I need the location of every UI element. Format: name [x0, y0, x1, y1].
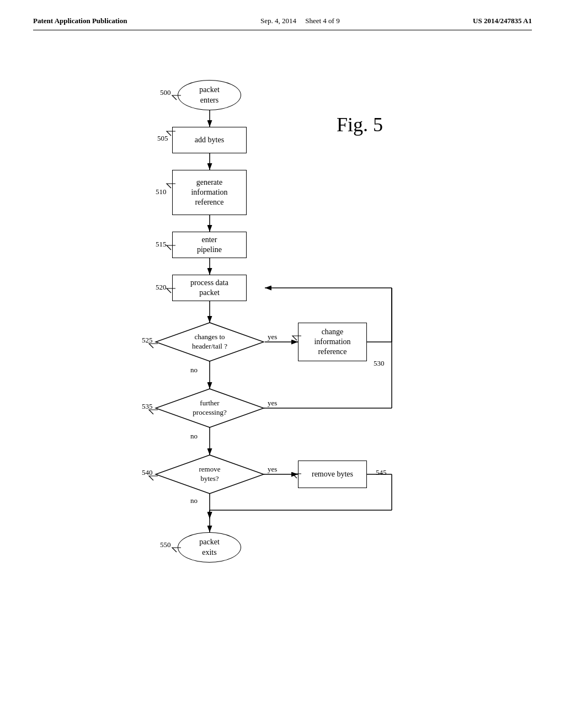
header-center: Sep. 4, 2014 Sheet 4 of 9: [260, 17, 340, 25]
flowchart-arrows: [33, 52, 532, 692]
arrow-yes-535: yes: [268, 399, 277, 408]
label-515: 515: [156, 240, 167, 249]
label-550: 550: [160, 540, 171, 549]
node-add-bytes: add bytes: [172, 127, 247, 153]
arrow-no-535: no: [190, 432, 198, 441]
node-enter-pipeline: enter pipeline: [172, 232, 247, 258]
header-left: Patent Application Publication: [33, 17, 127, 25]
label-510: 510: [156, 188, 167, 196]
arrow-yes-525: yes: [268, 333, 277, 341]
node-change-info-ref: change information reference: [298, 323, 367, 361]
label-540: 540: [142, 468, 153, 477]
header-right: US 2014/247835 A1: [473, 17, 532, 25]
label-500: 500: [160, 88, 171, 97]
node-generate-info-ref: generate information reference: [172, 170, 247, 215]
node-remove-bytes: remove bytes: [298, 461, 367, 488]
label-530: 530: [374, 359, 385, 368]
label-520: 520: [156, 283, 167, 292]
fig-label: Fig. 5: [337, 113, 383, 136]
arrow-no-540: no: [190, 496, 198, 505]
node-remove-diamond: remove bytes?: [154, 454, 265, 495]
arrow-no-525: no: [190, 366, 198, 374]
page: Patent Application Publication Sep. 4, 2…: [0, 0, 565, 728]
header-date: Sep. 4, 2014: [260, 17, 296, 25]
node-changes-diamond: changes to header/tail ?: [154, 322, 265, 362]
label-505: 505: [157, 134, 168, 143]
node-process-data: process data packet: [172, 275, 247, 301]
label-545: 545: [376, 468, 387, 477]
arrow-yes-540: yes: [268, 465, 277, 474]
page-header: Patent Application Publication Sep. 4, 2…: [33, 17, 532, 30]
diagram-area: Fig. 5: [33, 52, 532, 692]
label-535: 535: [142, 402, 153, 411]
node-packet-exits: packet exits: [178, 532, 241, 563]
node-further-diamond: further processing?: [154, 388, 265, 429]
node-packet-enters: packet enters: [178, 80, 241, 110]
label-525: 525: [142, 336, 153, 345]
header-sheet: Sheet 4 of 9: [305, 17, 339, 25]
